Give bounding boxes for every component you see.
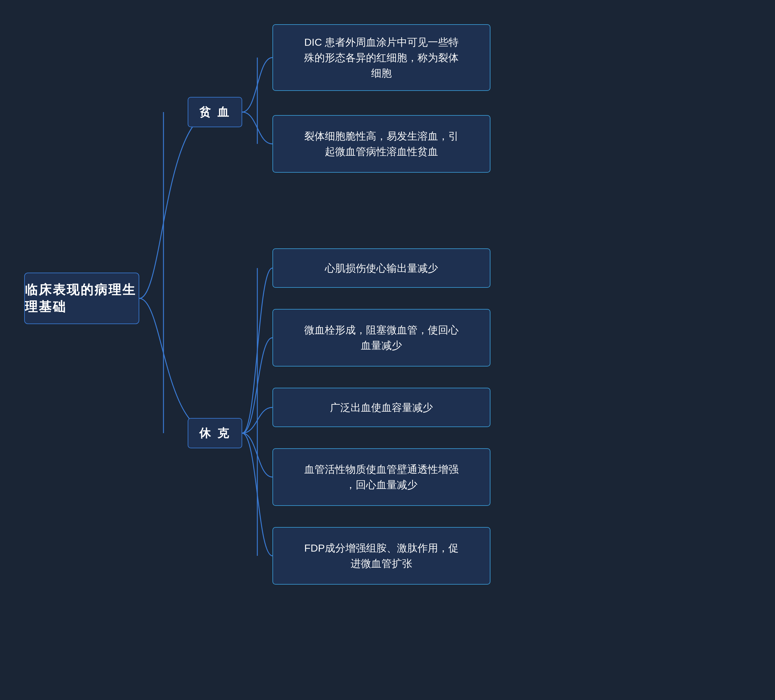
root-node: 临床表现的病理生理基础 — [24, 273, 139, 324]
branch-xiuke: 休 克 — [188, 418, 242, 448]
mind-map: 临床表现的病理生理基础 贫 血 休 克 DIC 患者外周血涂片中可见一些特 殊的… — [0, 0, 775, 700]
branch-pinxue: 贫 血 — [188, 97, 242, 127]
leaf-node-3: 心肌损伤使心输出量减少 — [273, 248, 491, 288]
leaf-node-1: DIC 患者外周血涂片中可见一些特 殊的形态各异的红细胞，称为裂体 细胞 — [273, 24, 491, 91]
leaf-node-4: 微血栓形成，阻塞微血管，使回心 血量减少 — [273, 309, 491, 367]
leaf-text-6: 血管活性物质使血管壁通透性增强 ，回心血量减少 — [304, 462, 459, 493]
leaf-text-5: 广泛出血使血容量减少 — [330, 400, 433, 415]
leaf-text-4: 微血栓形成，阻塞微血管，使回心 血量减少 — [304, 322, 459, 353]
leaf-text-1: DIC 患者外周血涂片中可见一些特 殊的形态各异的红细胞，称为裂体 细胞 — [304, 35, 459, 81]
leaf-node-2: 裂体细胞脆性高，易发生溶血，引 起微血管病性溶血性贫血 — [273, 115, 491, 173]
leaf-node-6: 血管活性物质使血管壁通透性增强 ，回心血量减少 — [273, 448, 491, 506]
leaf-text-7: FDP成分增强组胺、激肽作用，促 进微血管扩张 — [304, 540, 459, 571]
leaf-text-3: 心肌损伤使心输出量减少 — [325, 260, 438, 276]
leaf-node-7: FDP成分增强组胺、激肽作用，促 进微血管扩张 — [273, 527, 491, 585]
leaf-node-5: 广泛出血使血容量减少 — [273, 388, 491, 427]
leaf-text-2: 裂体细胞脆性高，易发生溶血，引 起微血管病性溶血性贫血 — [304, 128, 459, 159]
